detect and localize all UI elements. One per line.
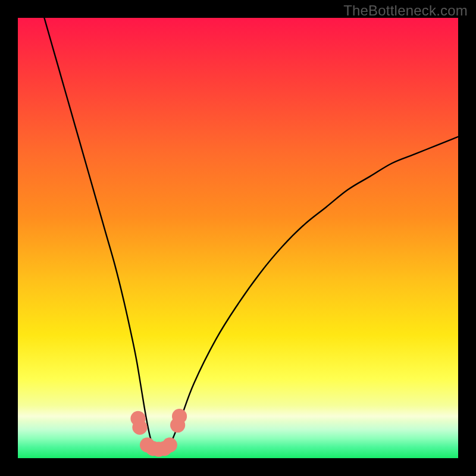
curve-marker: [132, 420, 147, 435]
plot-svg: [18, 18, 458, 458]
curve-marker: [172, 409, 187, 424]
bottleneck-plot: [18, 18, 458, 458]
plot-background: [18, 18, 458, 458]
curve-marker: [162, 437, 177, 452]
watermark-text: TheBottleneck.com: [343, 2, 468, 19]
chart-stage: TheBottleneck.com: [0, 0, 476, 476]
